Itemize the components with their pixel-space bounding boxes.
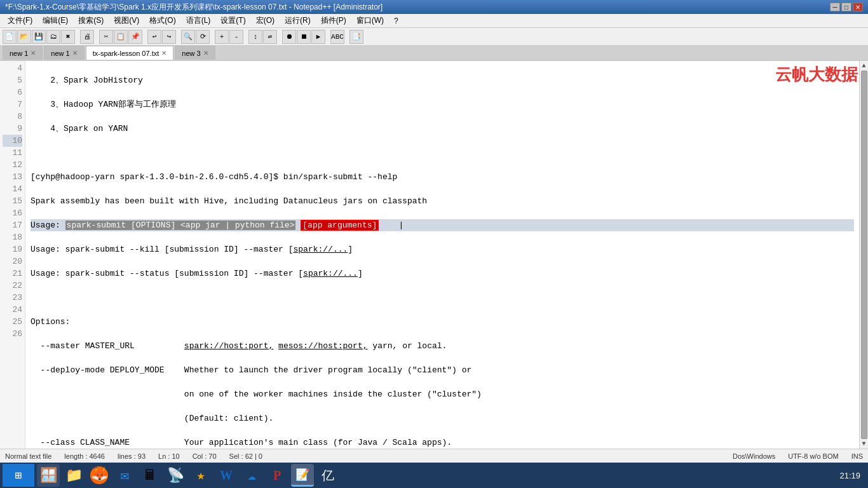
zoom-out-button[interactable]: - [229,30,243,44]
line-numbers: 4 5 6 7 8 9 10 11 12 13 14 15 16 17 18 1… [0,61,25,449]
ins-mode: INS [851,452,863,460]
taskbar-icon-6[interactable]: 📡 [164,464,187,487]
taskbar-icon-8[interactable]: W [215,464,238,487]
line-9: Spark assembly has been built with Hive,… [31,195,854,207]
recent-files[interactable]: 📑 [349,30,363,44]
line-5: 3、Hadoop YARN部署与工作原理 [31,98,854,111]
menu-language[interactable]: 语言(L) [181,14,216,27]
tab-main-close[interactable]: ✕ [161,50,166,57]
line-4: 2、Spark JobHistory [31,74,854,86]
menu-bar: 文件(F) 编辑(E) 搜索(S) 视图(V) 格式(O) 语言(L) 设置(T… [0,14,868,28]
taskbar-right: 21:19 [834,471,865,480]
ln-info: Ln : 10 [158,452,180,460]
taskbar-icon-2[interactable]: 📁 [62,464,85,487]
tab-new1-label: new 1 [10,50,28,57]
line-15: --master MASTER_URL spark://host:port, m… [31,340,854,352]
menu-search[interactable]: 搜索(S) [73,14,109,27]
taskbar-icon-10[interactable]: P [266,464,288,487]
print-button[interactable]: 🖨 [80,30,94,44]
paste-button[interactable]: 📌 [128,30,142,44]
taskbar-icon-5[interactable]: 🖩 [139,464,161,487]
taskbar-icon-11[interactable]: 亿 [316,464,339,487]
save-button[interactable]: 💾 [32,30,46,44]
scrollbar-up[interactable]: ▲ [862,62,865,69]
menu-macro[interactable]: 宏(O) [251,14,280,27]
window-title: *F:\Spark-1.x-Course\零基础学习\Spark 1.x应用开发… [5,2,830,13]
menu-settings[interactable]: 设置(T) [215,14,250,27]
line-8: [cyhp@hadoop-yarn spark-1.3.0-bin-2.6.0-… [31,171,854,183]
lines-info: lines : 93 [118,452,146,460]
tab-new1[interactable]: new 1 ✕ [3,46,43,60]
save-all-button[interactable]: 🗂 [46,30,60,44]
sel-info: Sel : 62 | 0 [229,452,262,460]
macro-stop[interactable]: ⏹ [297,30,311,44]
copy-button[interactable]: 📋 [114,30,128,44]
scrollbar-thumb[interactable] [861,71,867,439]
tab-main[interactable]: tx-spark-lesson 07.txt ✕ [86,46,174,60]
tab-main-label: tx-spark-lesson 07.txt [93,50,159,57]
scrollbar-down[interactable]: ▼ [862,440,865,447]
taskbar-icon-4[interactable]: ✉ [113,464,136,487]
wrap-button[interactable]: ⇌ [263,30,277,44]
spell-check[interactable]: ABC [330,30,344,44]
line-14: Options: [31,316,854,328]
line-10: Usage: spark-submit [OPTIONS] <app jar |… [31,219,854,231]
open-button[interactable]: 📂 [17,30,31,44]
close-button[interactable]: ✕ [853,3,863,11]
tab-new3-close[interactable]: ✕ [203,50,208,57]
line-ending: Dos\Windows [733,452,775,460]
replace-button[interactable]: ⟳ [196,30,210,44]
close-button[interactable]: ✖ [61,30,75,44]
toolbar: 📄 📂 💾 🗂 ✖ 🖨 ✂ 📋 📌 ↩ ↪ 🔍 ⟳ + - ↕ ⇌ ⏺ ⏹ ▶ … [0,28,868,46]
cut-button[interactable]: ✂ [99,30,113,44]
watermark: 云帆大数据 [775,64,858,86]
line-6: 4、Spark on YARN [31,123,854,135]
taskbar-time: 21:19 [839,471,860,480]
tab-new2-close[interactable]: ✕ [72,50,78,57]
file-type: Normal text file [5,452,51,460]
line-11: Usage: spark-submit --kill [submission I… [31,243,854,255]
maximize-button[interactable]: □ [841,3,851,11]
menu-plugins[interactable]: 插件(P) [316,14,351,27]
find-button[interactable]: 🔍 [181,30,195,44]
sync-button[interactable]: ↕ [248,30,262,44]
start-button[interactable]: ⊞ [3,464,34,487]
line-19: --class CLASS_NAME Your application's ma… [31,437,854,449]
taskbar-icon-3[interactable]: 🦊 [88,464,111,487]
macro-record[interactable]: ⏺ [282,30,296,44]
window-controls: ─ □ ✕ [830,3,863,11]
tab-new2-label: new 1 [51,50,69,57]
menu-run[interactable]: 运行(R) [280,14,316,27]
tab-new2[interactable]: new 1 ✕ [44,46,84,60]
status-bar: Normal text file length : 4646 lines : 9… [0,449,868,463]
editor-content[interactable]: 2、Spark JobHistory 3、Hadoop YARN部署与工作原理 … [25,61,859,449]
taskbar-icon-notepad[interactable]: 📝 [291,464,314,487]
menu-view[interactable]: 视图(V) [109,14,144,27]
line-16: --deploy-mode DEPLOY_MODE Whether to lau… [31,364,854,376]
tab-new1-close[interactable]: ✕ [31,50,36,57]
menu-window[interactable]: 窗口(W) [351,14,389,27]
taskbar-icon-1[interactable]: 🪟 [37,464,60,487]
taskbar: ⊞ 🪟 📁 🦊 ✉ 🖩 📡 ★ W ☁ P [0,463,868,488]
col-info: Col : 70 [193,452,217,460]
taskbar-icons: 🪟 📁 🦊 ✉ 🖩 📡 ★ W ☁ P 📝 [34,464,834,487]
length-info: length : 4646 [64,452,105,460]
menu-file[interactable]: 文件(F) [3,14,37,27]
minimize-button[interactable]: ─ [830,3,840,11]
encoding: UTF-8 w/o BOM [788,452,838,460]
new-button[interactable]: 📄 [3,30,17,44]
line-13 [31,292,854,304]
menu-help[interactable]: ? [389,15,403,27]
redo-button[interactable]: ↪ [162,30,176,44]
macro-play[interactable]: ▶ [311,30,325,44]
line-7 [31,147,854,159]
taskbar-icon-9[interactable]: ☁ [240,464,263,487]
tab-bar: new 1 ✕ new 1 ✕ tx-spark-lesson 07.txt ✕… [0,46,868,61]
tab-new3[interactable]: new 3 ✕ [175,46,215,60]
undo-button[interactable]: ↩ [147,30,161,44]
menu-format[interactable]: 格式(O) [144,14,180,27]
taskbar-icon-7[interactable]: ★ [189,464,212,487]
zoom-in-button[interactable]: + [215,30,229,44]
menu-edit[interactable]: 编辑(E) [37,14,73,27]
vertical-scrollbar[interactable]: ▲ ▼ [859,61,868,449]
